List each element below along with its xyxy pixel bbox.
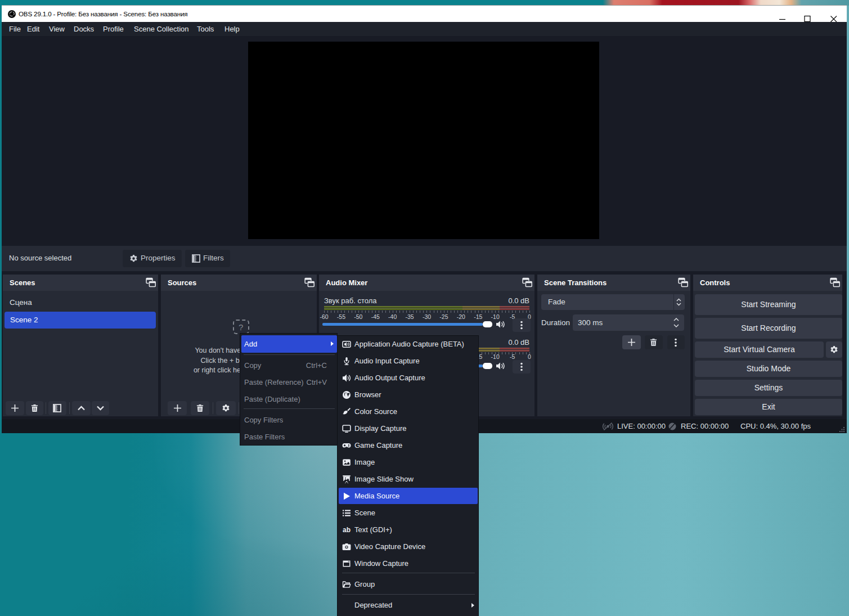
svg-text:ab: ab: [343, 526, 351, 534]
